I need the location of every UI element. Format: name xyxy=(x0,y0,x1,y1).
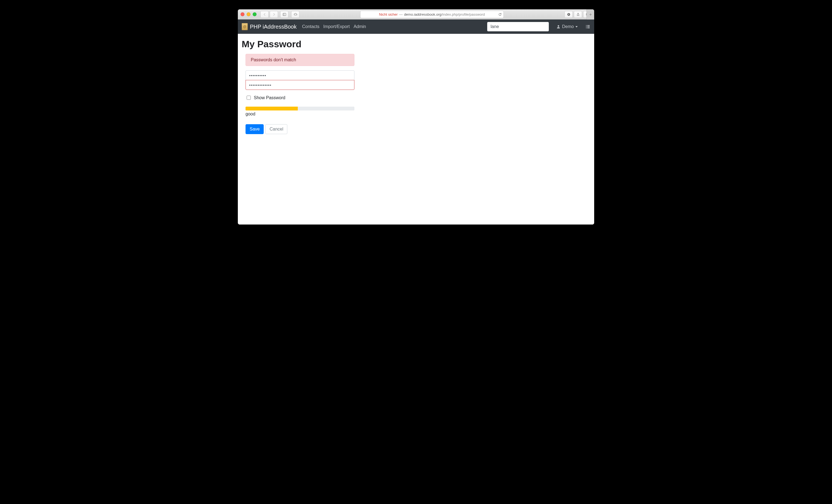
back-button[interactable] xyxy=(260,11,269,18)
user-label: Demo xyxy=(562,24,574,29)
brand-icon xyxy=(242,23,248,30)
nav-buttons xyxy=(260,11,278,18)
close-window-button[interactable] xyxy=(240,12,244,16)
app-navbar: PHP iAddressBook Contacts Import/Export … xyxy=(238,20,594,34)
password-form: Passwords don't match Show Password good… xyxy=(245,54,355,134)
cancel-button[interactable]: Cancel xyxy=(265,124,287,134)
nav-import-export[interactable]: Import/Export xyxy=(323,24,350,29)
share-button[interactable] xyxy=(574,11,582,18)
caret-down-icon xyxy=(575,26,578,27)
addressbar-url: demo.iaddressbook.org/index.php/profile/… xyxy=(404,12,485,17)
addressbar-container: Nicht sicher — demo.iaddressbook.org/ind… xyxy=(302,11,562,18)
new-tab-button[interactable]: + xyxy=(587,9,594,20)
list-view-button[interactable] xyxy=(586,24,590,29)
alert-error: Passwords don't match xyxy=(245,54,355,66)
password-confirm-input[interactable] xyxy=(245,80,355,90)
brand-label: PHP iAddressBook xyxy=(250,24,297,30)
titlebar: Nicht sicher — demo.iaddressbook.org/ind… xyxy=(238,9,594,20)
password-input[interactable] xyxy=(245,70,355,80)
maximize-window-button[interactable] xyxy=(253,12,257,16)
addressbar[interactable]: Nicht sicher — demo.iaddressbook.org/ind… xyxy=(360,11,504,18)
strength-label: good xyxy=(245,112,355,116)
save-button[interactable]: Save xyxy=(245,124,264,134)
svg-rect-0 xyxy=(283,13,286,16)
nav-admin[interactable]: Admin xyxy=(354,24,366,29)
sidebar-toggle-button[interactable] xyxy=(280,11,288,18)
button-row: Save Cancel xyxy=(245,124,355,134)
user-menu[interactable]: Demo xyxy=(556,24,578,29)
addressbar-separator: — xyxy=(399,12,402,17)
nav-links: Contacts Import/Export Admin xyxy=(302,24,366,29)
page-title: My Password xyxy=(242,39,590,50)
icloud-tabs-button[interactable] xyxy=(291,11,300,18)
page-body: My Password Passwords don't match Show P… xyxy=(238,34,594,224)
strength-fill xyxy=(245,107,298,110)
strength-bar xyxy=(245,107,355,110)
user-icon xyxy=(556,25,560,29)
show-password-label: Show Password xyxy=(254,95,285,100)
browser-window: Nicht sicher — demo.iaddressbook.org/ind… xyxy=(238,9,594,224)
nav-contacts[interactable]: Contacts xyxy=(302,24,319,29)
show-password-row[interactable]: Show Password xyxy=(245,95,355,101)
reload-icon[interactable] xyxy=(498,12,502,16)
show-password-checkbox[interactable] xyxy=(246,96,251,100)
window-controls xyxy=(240,12,257,16)
insecure-label: Nicht sicher xyxy=(379,12,397,17)
search-input[interactable] xyxy=(487,22,549,31)
downloads-button[interactable] xyxy=(565,11,573,18)
forward-button[interactable] xyxy=(270,11,278,18)
brand[interactable]: PHP iAddressBook xyxy=(242,23,297,30)
minimize-window-button[interactable] xyxy=(246,12,251,16)
